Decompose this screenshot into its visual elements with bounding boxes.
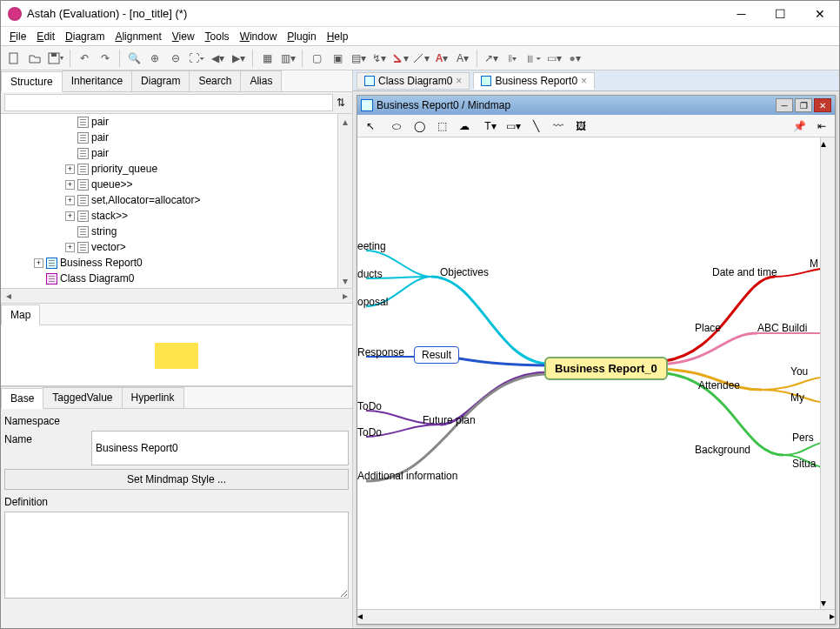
menu-file[interactable]: File xyxy=(4,29,31,44)
image-tool-icon[interactable]: 🖼 xyxy=(571,117,590,135)
node-place[interactable]: Place xyxy=(695,322,721,334)
node-background-child[interactable]: Pers xyxy=(792,432,814,444)
freehand-icon[interactable]: 〰 xyxy=(549,117,568,135)
tab-alias[interactable]: Alias xyxy=(240,70,282,91)
tree-item[interactable]: +priority_queue xyxy=(1,161,352,177)
tool-a-icon[interactable]: ▢ xyxy=(307,49,326,68)
inner-restore-button[interactable]: ❐ xyxy=(795,98,812,112)
node-attendee-child[interactable]: You xyxy=(790,365,808,378)
name-input[interactable] xyxy=(91,431,349,465)
menu-tools[interactable]: Tools xyxy=(200,29,235,44)
node-future-plan-child[interactable]: ToDo xyxy=(357,400,382,412)
subtopic-icon[interactable]: ◯ xyxy=(410,117,429,135)
undo-icon[interactable]: ↶ xyxy=(75,49,94,68)
tree-item[interactable]: pair xyxy=(1,145,352,161)
font-color-icon[interactable]: A▾ xyxy=(432,49,451,68)
tree-node-label[interactable]: Class Diagram0 xyxy=(60,272,134,284)
node-additional-info[interactable]: Additional information xyxy=(357,470,457,482)
swap-icon[interactable]: ⇅ xyxy=(333,97,349,109)
tree-node-label[interactable]: stack>> xyxy=(91,210,128,222)
tree-item[interactable]: Class Diagram0 xyxy=(1,271,352,286)
text-tool-icon[interactable]: T▾ xyxy=(481,117,500,135)
nav-back-icon[interactable]: ◀▾ xyxy=(208,49,227,68)
close-tab-icon[interactable]: × xyxy=(581,75,587,87)
tree-node-label[interactable]: queue>> xyxy=(91,178,132,191)
minimize-button[interactable]: ─ xyxy=(722,1,761,26)
redo-icon[interactable]: ↷ xyxy=(96,49,115,68)
canvas-scrollbar-y[interactable]: ▴▾ xyxy=(820,137,835,609)
tree-item[interactable]: +stack>> xyxy=(1,208,352,224)
doc-tab-class-diagram[interactable]: Class Diagram0× xyxy=(357,72,470,90)
tree-item[interactable]: pair xyxy=(1,114,352,130)
expand-icon[interactable]: + xyxy=(65,180,75,190)
node-result[interactable]: Result xyxy=(414,346,459,364)
tool-d-icon[interactable]: ↯▾ xyxy=(370,49,389,68)
tab-search[interactable]: Search xyxy=(189,70,241,91)
expand-icon[interactable]: + xyxy=(65,211,75,221)
menu-help[interactable]: Help xyxy=(322,29,354,44)
canvas-scrollbar-x[interactable]: ◂▸ xyxy=(357,609,835,624)
menu-diagram[interactable]: Diagram xyxy=(60,29,110,44)
tree-node-label[interactable]: priority_queue xyxy=(91,163,157,175)
tree-node-label[interactable]: pair xyxy=(91,147,109,159)
expand-icon[interactable]: + xyxy=(34,258,43,268)
node-objectives-child[interactable]: eeting xyxy=(357,240,386,252)
tree-scrollbar-x[interactable]: ◂▸ xyxy=(1,288,352,303)
zoom-out-icon[interactable]: ⊖ xyxy=(166,49,185,68)
connector-icon[interactable]: ↗▾ xyxy=(482,49,501,68)
close-button[interactable]: ✕ xyxy=(800,1,839,26)
tree-node-label[interactable]: set,Allocator=allocator> xyxy=(91,194,200,206)
tree-item[interactable]: pair xyxy=(1,130,352,145)
tool-b-icon[interactable]: ▣ xyxy=(328,49,347,68)
line-color-icon[interactable]: ▾ xyxy=(411,49,430,68)
tree-item[interactable]: +queue>> xyxy=(1,177,352,192)
arrange2-icon[interactable]: ▥▾ xyxy=(278,49,297,68)
tree-node-label[interactable]: vector> xyxy=(91,241,126,253)
expand-icon[interactable]: + xyxy=(65,196,75,205)
node-date-time[interactable]: Date and time xyxy=(712,266,777,278)
fit-window-icon[interactable]: ⛶▾ xyxy=(187,49,206,68)
node-objectives[interactable]: Objectives xyxy=(440,266,489,278)
tab-hyperlink[interactable]: Hyperlink xyxy=(122,387,184,408)
node-result-child[interactable]: Response xyxy=(357,346,404,358)
tree-node-label[interactable]: pair xyxy=(91,131,109,144)
tree-node-label[interactable]: pair xyxy=(91,116,109,128)
tab-map[interactable]: Map xyxy=(1,304,40,325)
pointer-tool-icon[interactable]: ↖ xyxy=(361,117,380,135)
node-background-child[interactable]: Situa xyxy=(792,458,816,470)
inner-minimize-button[interactable]: ─ xyxy=(776,98,793,112)
node-place-child[interactable]: ABC Buildi xyxy=(757,322,807,334)
node-attendee[interactable]: Attendee xyxy=(698,379,740,391)
pin-icon[interactable]: 📌 xyxy=(790,117,809,135)
inner-close-button[interactable]: ✕ xyxy=(814,98,831,112)
menu-window[interactable]: Window xyxy=(235,29,283,44)
zoom-in-icon[interactable]: ⊕ xyxy=(145,49,164,68)
close-tab-icon[interactable]: × xyxy=(456,75,462,87)
maximize-button[interactable]: ☐ xyxy=(761,1,800,26)
node-objectives-child[interactable]: ducts xyxy=(357,268,383,280)
tree-node-label[interactable]: string xyxy=(91,225,117,238)
inner-titlebar[interactable]: Business Report0 / Mindmap ─ ❐ ✕ xyxy=(357,96,835,115)
mindmap-root-node[interactable]: Business Report_0 xyxy=(544,357,668,380)
tab-inheritance[interactable]: Inheritance xyxy=(62,70,132,91)
save-icon[interactable]: ▾ xyxy=(46,49,65,68)
align-icon[interactable]: ⫴▾ xyxy=(503,49,522,68)
tab-base[interactable]: Base xyxy=(1,388,43,409)
tool-c-icon[interactable]: ▤▾ xyxy=(349,49,368,68)
expand-icon[interactable]: + xyxy=(65,164,75,174)
map-preview[interactable] xyxy=(1,325,352,386)
zoom-fit-icon[interactable]: 🔍 xyxy=(124,49,143,68)
node-future-plan[interactable]: Future plan xyxy=(423,414,476,426)
line-tool-icon[interactable]: ╲ xyxy=(526,117,545,135)
node-objectives-child[interactable]: oposal xyxy=(357,296,388,308)
tab-diagram[interactable]: Diagram xyxy=(131,70,190,91)
tree-item[interactable]: string xyxy=(1,224,352,239)
node-attendee-child[interactable]: My xyxy=(790,391,804,404)
mindmap-canvas[interactable]: Business Report_0 Objectives eeting duct… xyxy=(357,137,820,609)
open-icon[interactable] xyxy=(25,49,44,68)
menu-view[interactable]: View xyxy=(167,29,200,44)
doc-tab-business-report[interactable]: Business Report0× xyxy=(473,72,595,90)
text-style-icon[interactable]: A▾ xyxy=(453,49,472,68)
tab-structure[interactable]: Structure xyxy=(1,71,63,92)
tab-taggedvalue[interactable]: TaggedValue xyxy=(43,387,122,408)
